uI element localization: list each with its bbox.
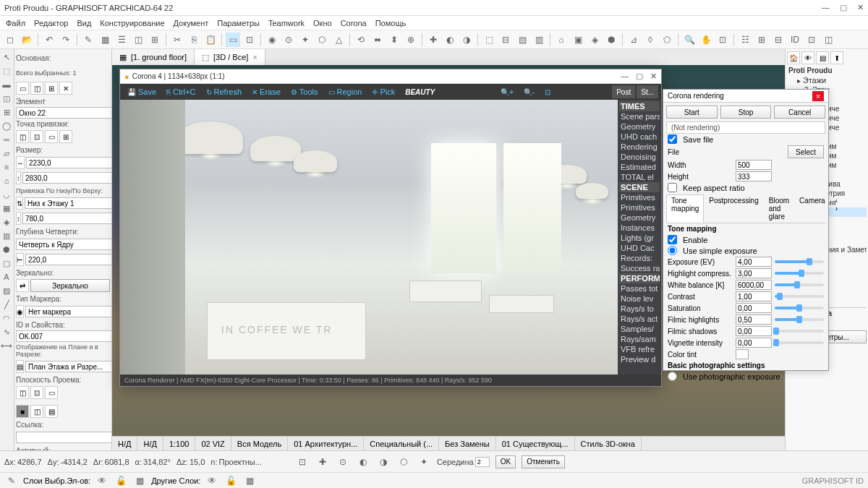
vfb-copy-button[interactable]: ⎘ Ctrl+C — [162, 85, 200, 98]
snap-icon[interactable]: ⊙ — [336, 455, 350, 469]
tool-icon[interactable]: ✋ — [699, 33, 713, 47]
swatch-icon[interactable]: ◫ — [30, 405, 43, 418]
tool-icon[interactable]: ⊿ — [626, 33, 641, 47]
enable-checkbox[interactable] — [668, 235, 677, 244]
window-icon[interactable]: ⊞ — [0, 106, 13, 119]
arc-icon[interactable]: ◠ — [0, 312, 13, 325]
vfb-region-button[interactable]: ▭ Region — [324, 85, 367, 98]
tool-icon[interactable]: ⬡ — [315, 33, 329, 47]
anchor-icon[interactable]: ▭ — [45, 130, 58, 143]
tool-icon[interactable]: ⬌ — [370, 33, 385, 47]
menu-options[interactable]: Параметры — [217, 19, 260, 27]
mesh-icon[interactable]: ▦ — [0, 202, 13, 215]
layer-field[interactable] — [25, 361, 112, 372]
tool-icon[interactable]: ⎘ — [187, 33, 201, 47]
color-tint-swatch[interactable] — [736, 349, 749, 359]
tab-ground-floor[interactable]: ▦ [1. ground floor] — [112, 49, 195, 65]
menu-view[interactable]: Вид — [77, 19, 91, 27]
tool-icon[interactable]: ⬚ — [482, 33, 496, 47]
cancel-sel-icon[interactable]: ✕ — [59, 82, 72, 95]
layer-icon[interactable]: ▦ — [242, 474, 257, 488]
tree-item[interactable]: ▸ Этажи — [796, 75, 867, 85]
simple-exposure-radio[interactable] — [668, 246, 677, 255]
floor-link-field[interactable] — [25, 197, 112, 209]
param-field-1[interactable] — [736, 268, 772, 278]
tool-icon[interactable]: ⊞ — [148, 33, 162, 47]
menu-help[interactable]: Помощь — [375, 19, 407, 27]
snap-icon[interactable]: ◐ — [356, 455, 370, 469]
floor-offset-field[interactable] — [22, 213, 112, 224]
cancel-render-button[interactable]: Cancel — [774, 106, 825, 119]
redo-icon[interactable]: ↷ — [59, 33, 73, 47]
stair-icon[interactable]: ≡ — [0, 160, 13, 174]
tool-icon[interactable]: ▦ — [98, 33, 112, 47]
render-width-field[interactable] — [736, 160, 772, 170]
tool-icon[interactable]: ⌂ — [554, 33, 569, 47]
tool-icon[interactable]: 📋 — [203, 33, 218, 47]
snap-icon[interactable]: ⬡ — [396, 455, 411, 469]
nav-view-icon[interactable]: 👁 — [801, 51, 814, 64]
layer-icon[interactable]: 🔓 — [224, 474, 238, 488]
anchor-icon[interactable]: ◫ — [16, 130, 29, 143]
curtain-icon[interactable]: ▥ — [0, 229, 13, 242]
anchor-icon[interactable]: ⊞ — [59, 130, 72, 143]
close-icon[interactable]: ✕ — [857, 3, 864, 12]
brand-label[interactable]: GRAPHISOFT ID — [802, 476, 864, 485]
spline-icon[interactable]: ∿ — [0, 325, 13, 338]
fill-icon[interactable]: ▨ — [0, 284, 13, 297]
vfb-tools-button[interactable]: ⚙ Tools — [286, 85, 323, 98]
tool-icon[interactable]: ⊕ — [404, 33, 418, 47]
tool-icon[interactable]: ◐ — [443, 33, 457, 47]
vb-3dstyle[interactable]: Стиль 3D-окна — [575, 437, 642, 450]
vfb-stats-button[interactable]: St... — [637, 85, 658, 98]
mirror-icon[interactable]: ⇄ — [16, 279, 29, 292]
param-slider-0[interactable] — [775, 260, 824, 263]
snap-icon[interactable]: ◑ — [376, 455, 391, 469]
tool-icon[interactable]: ⊟ — [771, 33, 786, 47]
tool-icon[interactable]: 🔍 — [682, 33, 697, 47]
tool-icon[interactable]: ✦ — [298, 33, 312, 47]
swatch-icon[interactable]: ■ — [16, 405, 29, 418]
layer-icon[interactable]: 👁 — [205, 474, 219, 488]
zoom-out-icon[interactable]: 🔍- — [519, 85, 539, 98]
param-field-4[interactable] — [736, 303, 772, 313]
link-field[interactable] — [16, 432, 112, 443]
keep-ratio-checkbox[interactable] — [668, 183, 677, 192]
snap-icon[interactable]: ⊡ — [295, 455, 310, 469]
arrow-icon[interactable]: ↖ — [0, 51, 13, 64]
start-render-button[interactable]: Start — [666, 106, 718, 119]
swatch-icon[interactable]: ▤ — [45, 405, 58, 418]
tool-icon[interactable]: ⬢ — [604, 33, 618, 47]
tool-icon[interactable]: ⟲ — [354, 33, 368, 47]
stop-render-button[interactable]: Stop — [720, 106, 772, 119]
zoom-fit-icon[interactable]: ⊡ — [540, 85, 555, 98]
door-icon[interactable]: ◫ — [0, 92, 13, 105]
corona-panel-titlebar[interactable]: Corona rendering × — [663, 90, 828, 103]
param-slider-6[interactable] — [775, 330, 824, 333]
zoom-in-icon[interactable]: 🔍+ — [496, 85, 518, 98]
param-slider-5[interactable] — [775, 318, 824, 321]
tab-bloom[interactable]: Bloom and glare — [764, 194, 794, 223]
menu-teamwork[interactable]: Teamwork — [268, 19, 305, 27]
select-icon[interactable]: ▭ — [226, 33, 240, 47]
param-slider-2[interactable] — [775, 283, 824, 286]
id-field[interactable] — [16, 330, 112, 342]
layer-icon[interactable]: 🔓 — [114, 474, 128, 488]
new-icon[interactable]: ◻ — [3, 33, 17, 47]
tool-icon[interactable]: △ — [331, 33, 346, 47]
plane-icon[interactable]: ◫ — [16, 386, 29, 399]
tool-icon[interactable]: ⊟ — [498, 33, 513, 47]
anchor-icon[interactable]: ⊡ — [30, 130, 43, 143]
marker-field[interactable] — [25, 306, 112, 317]
tool-icon[interactable]: ◈ — [587, 33, 602, 47]
width-field[interactable] — [26, 157, 112, 168]
tool-icon[interactable]: ◉ — [265, 33, 279, 47]
tool-icon[interactable]: ◫ — [821, 33, 835, 47]
tool-icon[interactable]: ◊ — [643, 33, 658, 47]
close-icon[interactable]: ✕ — [650, 72, 657, 81]
ok-button[interactable]: OK — [495, 455, 516, 468]
cancel-button[interactable]: Отменить — [522, 455, 565, 468]
marquee-icon[interactable]: ⬚ — [0, 64, 13, 77]
nav-layout-icon[interactable]: ▤ — [816, 51, 829, 64]
plan-icon[interactable]: ▤ — [16, 360, 24, 373]
